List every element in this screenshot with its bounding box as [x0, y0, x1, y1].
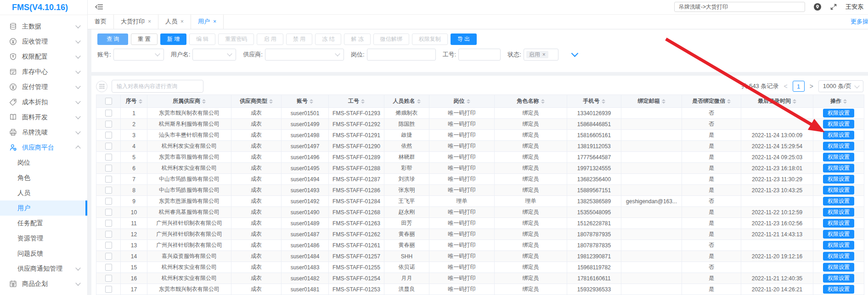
row-checkbox[interactable] — [105, 242, 112, 249]
permission-settings-button[interactable]: 权限设置 — [823, 285, 854, 294]
sidebar-subitem-8-6[interactable]: 问题反馈 — [0, 246, 87, 261]
column-header-7[interactable]: 角色名称 — [495, 95, 567, 108]
tab-0[interactable]: 首页 — [88, 15, 114, 29]
sidebar-subitem-8-7[interactable]: 供应商通知管理 — [0, 261, 87, 276]
sidebar-item-1[interactable]: 应收管理 — [0, 34, 87, 49]
current-page[interactable]: 1 — [793, 81, 805, 92]
sort-icon[interactable] — [727, 99, 731, 104]
sidebar-item-5[interactable]: 成本折扣 — [0, 95, 87, 110]
column-header-4[interactable]: 工号 — [329, 95, 384, 108]
filter-select-1[interactable] — [192, 49, 236, 61]
sidebar-subitem-8-0[interactable]: 岗位 — [0, 155, 87, 170]
sidebar-subitem-8-5[interactable]: 资源管理 — [0, 231, 87, 246]
sort-icon[interactable] — [467, 99, 470, 104]
permission-settings-button[interactable]: 权限设置 — [823, 153, 854, 161]
permission-settings-button[interactable]: 权限设置 — [823, 197, 854, 206]
column-header-3[interactable]: 账号 — [282, 95, 329, 108]
sidebar-subitem-8-2[interactable]: 人员 — [0, 185, 87, 200]
prev-page-icon[interactable]: < — [783, 83, 788, 90]
permission-settings-button[interactable]: 权限设置 — [823, 120, 854, 128]
sidebar-subitem-8-4[interactable]: 任务配置 — [0, 216, 87, 231]
filter-input-4[interactable] — [458, 49, 501, 61]
permission-settings-button[interactable]: 权限设置 — [823, 230, 854, 239]
column-header-1[interactable]: 所属供应商 — [147, 95, 231, 108]
sort-icon[interactable] — [793, 99, 796, 104]
sort-icon[interactable] — [662, 99, 665, 104]
filter-input-3[interactable] — [367, 49, 436, 61]
sidebar-item-9[interactable]: 商品企划 — [0, 276, 87, 291]
permission-settings-button[interactable]: 权限设置 — [823, 263, 854, 272]
sidebar-item-7[interactable]: 吊牌洗唛 — [0, 125, 87, 140]
menu-collapse-icon[interactable] — [95, 3, 103, 11]
row-checkbox[interactable] — [105, 253, 112, 260]
permission-settings-button[interactable]: 权限设置 — [823, 219, 854, 228]
toolbar-button-11[interactable]: 导 出 — [451, 33, 477, 45]
permission-settings-button[interactable]: 权限设置 — [823, 164, 854, 173]
sort-icon[interactable] — [843, 99, 847, 104]
sidebar-item-4[interactable]: 应付管理 — [0, 79, 87, 95]
sidebar-item-0[interactable]: 主数据 — [0, 19, 87, 34]
next-page-icon[interactable]: > — [809, 83, 814, 90]
status-select[interactable]: 启用× — [524, 49, 558, 61]
toolbar-button-1[interactable]: 重 置 — [131, 33, 157, 45]
toolbar-button-0[interactable]: 查 询 — [97, 33, 128, 45]
tab-close-icon[interactable]: × — [148, 19, 151, 24]
sort-icon[interactable] — [310, 99, 313, 104]
select-all-checkbox[interactable] — [105, 98, 112, 105]
sidebar-item-8[interactable]: 供应商平台 — [0, 140, 87, 155]
column-header-0[interactable]: 序号 — [121, 95, 147, 108]
permission-settings-button[interactable]: 权限设置 — [823, 208, 854, 217]
tab-3[interactable]: 用户× — [191, 15, 224, 29]
row-checkbox[interactable] — [105, 275, 112, 282]
column-settings-icon[interactable] — [96, 81, 107, 92]
column-header-8[interactable]: 手机号 — [567, 95, 621, 108]
permission-settings-button[interactable]: 权限设置 — [823, 175, 854, 184]
sort-icon[interactable] — [361, 99, 365, 104]
global-search-input[interactable] — [674, 2, 805, 12]
row-checkbox[interactable] — [105, 110, 112, 117]
permission-settings-button[interactable]: 权限设置 — [823, 186, 854, 195]
row-checkbox[interactable] — [105, 154, 112, 161]
column-header-12[interactable]: 操作 — [813, 95, 864, 108]
sort-icon[interactable] — [139, 99, 142, 104]
row-checkbox[interactable] — [105, 231, 112, 238]
permission-settings-button[interactable]: 权限设置 — [823, 274, 854, 283]
current-user[interactable]: 王安东 — [845, 3, 863, 11]
sidebar-item-6[interactable]: 面料开发 — [0, 110, 87, 125]
permission-settings-button[interactable]: 权限设置 — [823, 109, 854, 117]
permission-settings-button[interactable]: 权限设置 — [823, 142, 854, 150]
fullscreen-icon[interactable] — [830, 3, 837, 11]
row-checkbox[interactable] — [105, 165, 112, 172]
sidebar-item-2[interactable]: 权限配置 — [0, 49, 87, 64]
sidebar-item-3[interactable]: 库存中心 — [0, 64, 87, 79]
row-checkbox[interactable] — [105, 121, 112, 128]
permission-settings-button[interactable]: 权限设置 — [823, 131, 854, 139]
table-search-input[interactable] — [112, 80, 203, 93]
column-header-6[interactable]: 岗位 — [429, 95, 495, 108]
column-header-11[interactable]: 最后登录时间 — [741, 95, 813, 108]
column-header-10[interactable]: 是否绑定微信 — [682, 95, 741, 108]
more-actions-link[interactable]: 更多操作 — [851, 17, 868, 26]
row-checkbox[interactable] — [105, 209, 112, 216]
row-checkbox[interactable] — [105, 220, 112, 227]
tab-close-icon[interactable]: × — [180, 19, 184, 24]
row-checkbox[interactable] — [105, 286, 112, 293]
tag-close-icon[interactable]: × — [542, 52, 546, 57]
toolbar-button-2[interactable]: 新 增 — [160, 33, 186, 45]
column-header-2[interactable]: 供应商类型 — [231, 95, 282, 108]
permission-settings-button[interactable]: 权限设置 — [823, 252, 854, 261]
notice-icon[interactable] — [813, 3, 822, 11]
sort-icon[interactable] — [602, 99, 605, 104]
expand-filters-icon[interactable] — [571, 50, 578, 57]
column-header-5[interactable]: 人员姓名 — [384, 95, 429, 108]
column-header-9[interactable]: 绑定邮箱 — [621, 95, 682, 108]
row-checkbox[interactable] — [105, 143, 112, 150]
sort-icon[interactable] — [541, 99, 545, 104]
row-checkbox[interactable] — [105, 198, 112, 205]
sort-icon[interactable] — [269, 99, 273, 104]
sort-icon[interactable] — [202, 99, 206, 104]
row-checkbox[interactable] — [105, 264, 112, 271]
tab-1[interactable]: 大货打印× — [114, 15, 158, 29]
sidebar-subitem-8-3[interactable]: 用户 — [0, 200, 87, 216]
permission-settings-button[interactable]: 权限设置 — [823, 241, 854, 250]
